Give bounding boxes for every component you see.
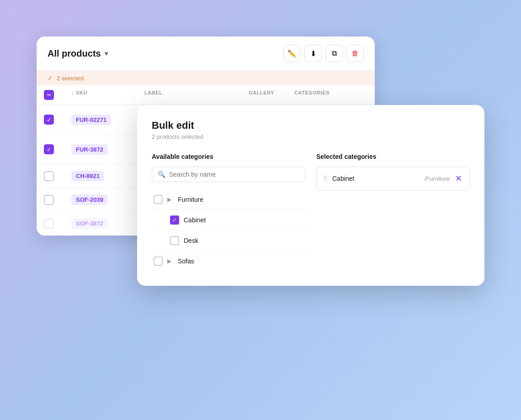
drag-icon: ⠿ [323, 175, 328, 182]
edit-button[interactable]: ✏️ [283, 45, 301, 62]
col-gallery: GALLERY [249, 90, 294, 100]
categories-layout: Available categories 🔍 ▶ Furniture [152, 153, 470, 271]
toolbar: All products ▾ ✏️ ⬇ ⧉ 🗑 [37, 37, 375, 71]
category-list: ▶ Furniture ✓ Cabinet Desk [152, 189, 305, 271]
checkmark-icon: ✓ [47, 117, 52, 123]
selected-count: 2 selected [57, 75, 84, 82]
category-checkbox-furniture[interactable] [154, 195, 163, 204]
minus-icon: − [47, 91, 51, 99]
row-checkbox-5[interactable] [44, 219, 54, 229]
bulk-edit-subtitle: 2 products selected [152, 133, 470, 140]
sku-badge-2: FUR-3872 [71, 144, 108, 155]
delete-icon: 🗑 [351, 49, 359, 58]
row-checkbox-2[interactable]: ✓ [44, 144, 54, 154]
download-button[interactable]: ⬇ [304, 45, 322, 62]
selected-banner: ✓ 2 selected [37, 71, 375, 85]
col-checkbox: − [44, 90, 71, 100]
sku-badge-5: SOF-3872 [71, 218, 108, 229]
copy-icon: ⧉ [332, 49, 337, 58]
category-item-furniture[interactable]: ▶ Furniture [152, 189, 305, 210]
check-icon: ✓ [172, 217, 177, 223]
sku-badge-1: FUR-02271 [71, 115, 111, 125]
sku-badge-3: CH-8921 [71, 171, 104, 181]
selected-categories-section: Selected categories ⠿ Cabinet /Furniture… [316, 153, 470, 271]
bulk-edit-panel: Bulk edit 2 products selected Available … [137, 105, 484, 286]
sort-icon: ↓ [71, 90, 74, 95]
expand-icon-sofas: ▶ [167, 258, 171, 264]
remove-category-button[interactable]: ✕ [454, 173, 463, 184]
selected-categories-title: Selected categories [316, 153, 470, 160]
expand-icon-furniture: ▶ [167, 196, 171, 203]
all-products-dropdown[interactable]: All products ▾ [48, 48, 108, 59]
delete-button[interactable]: 🗑 [346, 45, 364, 62]
selected-category-cabinet: ⠿ Cabinet /Furniture ✕ [316, 167, 470, 190]
check-icon: ✓ [48, 74, 53, 82]
category-checkbox-sofas[interactable] [154, 257, 163, 266]
col-categories: CATEGORIES [294, 90, 367, 100]
col-sku: ↓SKU [71, 90, 144, 100]
search-icon: 🔍 [158, 171, 165, 178]
table-header: − ↓SKU LABEL GALLERY CATEGORIES [37, 85, 375, 105]
category-item-sofas[interactable]: ▶ Sofas [152, 251, 305, 271]
available-categories-title: Available categories [152, 153, 305, 160]
download-icon: ⬇ [310, 49, 316, 58]
selected-cat-path: /Furniture [424, 175, 450, 182]
row-checkbox-3[interactable] [44, 171, 54, 181]
copy-button[interactable]: ⧉ [325, 45, 343, 62]
available-categories-section: Available categories 🔍 ▶ Furniture [152, 153, 305, 271]
category-name-cabinet: Cabinet [184, 216, 206, 224]
category-checkbox-desk[interactable] [170, 236, 179, 245]
sku-badge-4: SOF-2039 [71, 194, 108, 205]
dropdown-label: All products [48, 48, 101, 59]
select-all-checkbox[interactable]: − [44, 90, 54, 100]
category-item-desk[interactable]: Desk [152, 231, 305, 251]
category-item-cabinet[interactable]: ✓ Cabinet [152, 210, 305, 231]
row-checkbox-4[interactable] [44, 195, 54, 205]
toolbar-icons: ✏️ ⬇ ⧉ 🗑 [283, 45, 364, 62]
chevron-down-icon: ▾ [105, 50, 108, 57]
row-checkbox-1[interactable]: ✓ [44, 115, 54, 125]
category-name-furniture: Furniture [178, 196, 203, 203]
category-checkbox-cabinet[interactable]: ✓ [170, 215, 179, 225]
bulk-edit-title: Bulk edit [152, 120, 470, 131]
checkmark-icon: ✓ [47, 147, 52, 152]
category-name-desk: Desk [184, 237, 198, 244]
category-name-sofas: Sofas [178, 257, 194, 265]
edit-icon: ✏️ [287, 49, 297, 58]
search-box[interactable]: 🔍 [152, 167, 305, 182]
selected-cat-name: Cabinet [332, 175, 420, 182]
search-input[interactable] [169, 171, 299, 178]
col-label: LABEL [144, 90, 249, 100]
